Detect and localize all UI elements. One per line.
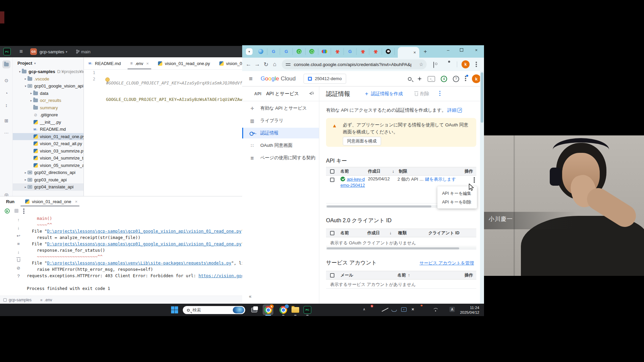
google-cloud-logo[interactable]: GoogleCloud [261, 75, 296, 82]
tree-item-.vscode[interactable]: ▸.vscode [13, 75, 84, 83]
gcp-nav-menu-icon[interactable]: ≡ [249, 75, 253, 82]
tree-item-gcp01_google_vision_api[interactable]: ▾gcp01_google_vision_api [13, 82, 84, 90]
pinned-tab-red-asterisk[interactable] [369, 48, 382, 55]
close-window-button[interactable]: × [473, 48, 480, 53]
project-panel-header[interactable]: Project ▾ [17, 61, 36, 66]
chrome-profile-avatar[interactable]: k [462, 60, 470, 68]
console-link[interactable]: https://vision.googleapis.com/v1/ [199, 273, 242, 278]
project-tool-icon[interactable] [2, 60, 10, 68]
status-project[interactable]: gcp-samples [3, 298, 32, 302]
tree-chevron-icon[interactable]: ▾ [18, 70, 22, 73]
tree-item-__init__.py[interactable]: __init__.py [13, 119, 84, 126]
tree-chevron-icon[interactable]: ▸ [29, 99, 33, 102]
sort-desc-icon[interactable]: ↓ [389, 231, 398, 235]
tree-chevron-icon[interactable]: ▸ [29, 92, 33, 95]
forward-icon[interactable]: → [253, 61, 262, 68]
tree-item-README.md[interactable]: M↓README.md [13, 126, 84, 133]
tree-chevron-icon[interactable]: ▸ [23, 185, 28, 189]
tree-item-gcp03_route_api[interactable]: ▸gcp03_route_api [13, 176, 84, 184]
tree-item-data[interactable]: ▸data [13, 90, 84, 97]
reload-icon[interactable]: ↻ [262, 61, 270, 68]
collapse-nav-icon[interactable]: « [249, 294, 252, 299]
sidebar-item-oauth-consent[interactable]: ∷OAuth 同意画面 [242, 140, 319, 151]
tree-item-vision_02_read_all.py[interactable]: vision_02_read_all.py [13, 140, 84, 147]
cloud-shell-icon[interactable]: >_ [428, 76, 435, 82]
scroll-end-icon[interactable]: ↓ [15, 249, 22, 257]
taskbar-clock[interactable]: 11:24 2025/04/12 [460, 305, 479, 315]
intention-bulb-icon[interactable] [105, 77, 110, 82]
editor-tab-.env[interactable]: ≡.env× [125, 57, 153, 69]
minimize-button[interactable]: – [445, 48, 451, 53]
pinned-tab-google[interactable]: G [280, 48, 292, 55]
tree-item-summary[interactable]: summary [13, 104, 84, 112]
structure-tool-icon[interactable]: ⊞ [2, 117, 10, 125]
close-icon[interactable]: × [75, 199, 77, 204]
help-icon[interactable]: ? [15, 274, 22, 282]
pinned-tab-google[interactable]: G [267, 48, 280, 55]
taskbar-pycharm[interactable]: PC [303, 306, 312, 314]
row-actions-icon[interactable] [474, 177, 475, 183]
tray-close-icon[interactable]: × [412, 307, 414, 312]
console-link[interactable]: D:\projects\lessons\gcp-samples\gcp01_go… [47, 241, 241, 246]
tree-item-vision_04_summrize_to_files[interactable]: vision_04_summrize_to_files [13, 155, 84, 162]
tree-item-gcp02_directions_api[interactable]: ▸gcp02_directions_api [13, 169, 84, 176]
configure-consent-button[interactable]: 同意画面を構成 [343, 137, 381, 145]
pin-icon[interactable] [309, 90, 315, 97]
gcp-more-icon[interactable] [465, 75, 466, 82]
sidebar-item-page-agreements[interactable]: ≣ページの使用に関する契約 [242, 153, 319, 163]
stop-button[interactable] [14, 209, 18, 213]
editor-tab-vision_01_read_one.py[interactable]: vision_01_read_one.py [153, 57, 214, 69]
pause-icon[interactable]: ⊘ [15, 265, 22, 274]
delete-button[interactable]: 削除 [415, 91, 429, 97]
page-more-icon[interactable] [439, 90, 441, 97]
project-selector[interactable]: 250412-demo [304, 74, 346, 84]
sort-desc-icon[interactable]: ↓ [392, 169, 399, 174]
tray-chevron-icon[interactable]: ∧ [363, 307, 365, 311]
tab-search-button[interactable]: ▾ [246, 48, 253, 55]
taskbar-chrome-1[interactable]: k [264, 306, 272, 314]
taskbar-file-explorer[interactable] [291, 306, 300, 314]
site-settings-icon[interactable] [286, 63, 290, 66]
tree-item-vision_01_read_one.py[interactable]: vision_01_read_one.py [13, 133, 84, 140]
sidebar-item-library[interactable]: ▥ライブラリ [242, 115, 319, 126]
tray-cast-icon[interactable]: + [401, 307, 407, 312]
tree-item-.gitignore[interactable]: ⊘.gitignore [13, 111, 84, 119]
select-all-checkbox[interactable] [330, 273, 334, 278]
tree-item-gcp04_translate_api[interactable]: ▸gcp04_translate_api [13, 183, 84, 191]
tree-chevron-icon[interactable]: ▾ [23, 84, 28, 88]
select-all-checkbox[interactable] [330, 169, 334, 174]
more-tool-icon[interactable]: … [2, 128, 10, 136]
project-badge[interactable]: GS [30, 48, 37, 55]
run-tab[interactable]: vision_01_read_one × [25, 196, 77, 206]
project-name[interactable]: gcp-samples [40, 49, 64, 54]
pinned-tab-google-cloud[interactable] [318, 48, 331, 55]
task-view-button[interactable] [250, 306, 258, 314]
search-icon[interactable] [408, 77, 412, 81]
learn-tool-icon[interactable]: ◔ [2, 89, 10, 97]
scroll-down-icon[interactable]: ↓ [15, 225, 22, 233]
ime-language-icon[interactable]: A [449, 307, 455, 312]
start-button[interactable] [170, 306, 179, 314]
active-tab[interactable]: × [398, 47, 419, 58]
new-tab-button[interactable]: + [422, 48, 429, 55]
manage-service-accounts-link[interactable]: サービス アカウントを管理 [420, 260, 474, 266]
git-branch-button[interactable]: main [76, 49, 91, 54]
tree-item-vision_03_summrize.py[interactable]: vision_03_summrize.py [13, 147, 84, 155]
commit-tool-icon[interactable]: ⊙ [2, 76, 10, 84]
help-icon[interactable]: ? [453, 76, 459, 82]
editor-code[interactable]: #GOOGLE_CLOUD_PROJECT_API_KEY=AIzaSyDrqX… [106, 70, 242, 113]
close-icon[interactable]: × [146, 61, 149, 66]
run-console[interactable]: main() ~~~~^^ File "D:\projects\lessons\… [27, 215, 242, 292]
page-scrollbar[interactable] [480, 71, 484, 304]
bookmark-star-icon[interactable]: ☆ [419, 62, 423, 67]
menu-item-API キーを削除[interactable]: API キーを削除 [437, 198, 477, 206]
tree-item-ocr_results[interactable]: ▸ocr_results [13, 97, 84, 104]
pull-requests-tool-icon[interactable]: ↕ [2, 101, 10, 109]
pinned-tab-github[interactable] [382, 48, 394, 55]
taskbar-chrome-2[interactable] [279, 306, 287, 314]
tree-chevron-icon[interactable]: ▸ [23, 77, 28, 80]
sort-asc-icon[interactable]: ↑ [408, 273, 417, 278]
notifications-badge[interactable]: 4 [441, 76, 447, 82]
sidebar-item-credentials[interactable]: 認証情報 [242, 128, 319, 138]
api-key-name-cell[interactable]: api-key-demo-250412 [340, 176, 367, 188]
